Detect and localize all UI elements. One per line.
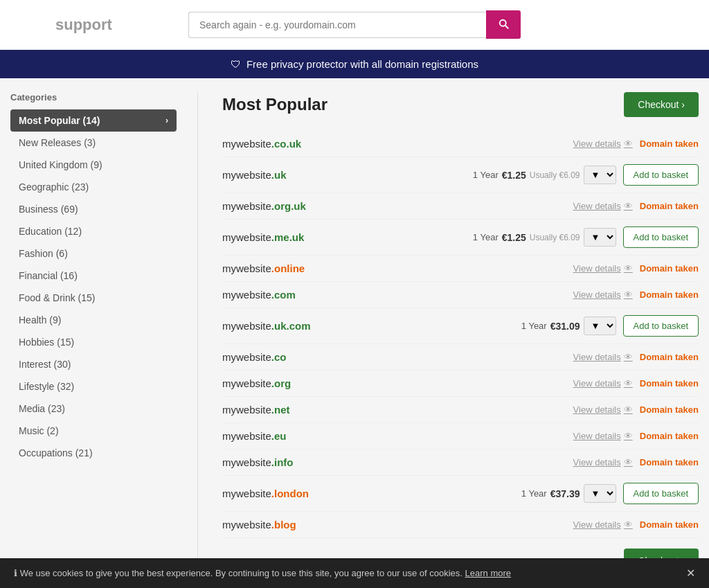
sidebar-item-label: Health (9): [19, 314, 61, 326]
sidebar-item-0[interactable]: Most Popular (14)›: [10, 109, 177, 132]
price-group: 1 Year €31.09▼: [521, 317, 616, 335]
year-select[interactable]: ▼: [584, 228, 616, 247]
domain-row: mywebsite.eu View details 👁 Domain taken: [222, 423, 699, 449]
domain-row: mywebsite.uk.com 1 Year €31.09▼ Add to b…: [222, 308, 699, 344]
sidebar-item-3[interactable]: Geographic (23): [10, 176, 177, 198]
domain-extension: .me.uk: [271, 231, 305, 243]
view-details-link[interactable]: View details 👁: [573, 519, 633, 530]
domain-actions: View details 👁 Domain taken: [573, 378, 699, 389]
sidebar-item-label: Geographic (23): [19, 181, 89, 193]
domain-taken-badge: Domain taken: [640, 519, 699, 530]
sidebar-item-label: Occupations (21): [19, 447, 93, 458]
sidebar-item-label: Interest (30): [19, 359, 71, 370]
domain-row: mywebsite.co.uk View details 👁 Domain ta…: [222, 131, 699, 157]
domain-extension: .uk.com: [271, 320, 311, 332]
domain-taken-badge: Domain taken: [640, 378, 699, 389]
content-area: Most Popular Checkout › mywebsite.co.uk …: [205, 92, 699, 573]
cookie-close-button[interactable]: ✕: [686, 567, 695, 580]
sidebar-divider: [197, 92, 198, 573]
search-input[interactable]: [188, 12, 486, 38]
year-select[interactable]: ▼: [584, 484, 616, 503]
sidebar-item-15[interactable]: Occupations (21): [10, 442, 177, 464]
domain-row: mywebsite.uk 1 Year €1.25Usually €6.09▼ …: [222, 157, 699, 193]
domain-name: mywebsite.co.uk: [222, 138, 361, 150]
eye-icon: 👁: [624, 457, 633, 467]
sidebar-item-13[interactable]: Media (23): [10, 398, 177, 420]
domain-row: mywebsite.org.uk View details 👁 Domain t…: [222, 193, 699, 220]
domain-row: mywebsite.org View details 👁 Domain take…: [222, 371, 699, 397]
view-details-link[interactable]: View details 👁: [573, 201, 633, 211]
eye-icon: 👁: [624, 431, 633, 441]
cookie-text: ℹ We use cookies to give you the best ex…: [14, 568, 511, 578]
sidebar-items: Most Popular (14)›New Releases (3)United…: [10, 109, 177, 464]
domain-name: mywebsite.info: [222, 456, 361, 468]
price-group: 1 Year €37.39▼: [521, 484, 616, 503]
domain-name: mywebsite.london: [222, 488, 361, 499]
learn-more-link[interactable]: Learn more: [465, 568, 511, 578]
shield-icon: 🛡: [231, 58, 241, 70]
sidebar-item-9[interactable]: Health (9): [10, 309, 177, 331]
domain-actions: View details 👁 Domain taken: [573, 404, 699, 415]
sidebar-item-5[interactable]: Education (12): [10, 220, 177, 242]
add-to-basket-button[interactable]: Add to basket: [623, 164, 699, 186]
view-details-link[interactable]: View details 👁: [573, 289, 633, 300]
banner-text: Free privacy protector with all domain r…: [246, 58, 478, 70]
domain-taken-badge: Domain taken: [640, 457, 699, 467]
info-icon: ℹ: [14, 568, 17, 578]
year-select[interactable]: ▼: [584, 166, 616, 184]
year-label: 1 Year: [473, 170, 499, 180]
chevron-right-icon: ›: [165, 116, 168, 125]
domain-taken-badge: Domain taken: [640, 404, 699, 415]
eye-icon: 👁: [624, 289, 633, 300]
sidebar-item-7[interactable]: Financial (16): [10, 265, 177, 287]
sidebar-item-6[interactable]: Fashion (6): [10, 242, 177, 265]
sidebar-item-2[interactable]: United Kingdom (9): [10, 154, 177, 176]
view-details-link[interactable]: View details 👁: [573, 431, 633, 441]
domain-name: mywebsite.org.uk: [222, 200, 361, 212]
price: €31.09: [550, 321, 580, 332]
sidebar-item-1[interactable]: New Releases (3): [10, 132, 177, 154]
sidebar-item-label: Financial (16): [19, 270, 78, 281]
cookie-message: We use cookies to give you the best expe…: [20, 568, 463, 578]
search-icon: [497, 17, 510, 30]
sidebar-item-11[interactable]: Interest (30): [10, 353, 177, 375]
view-details-link[interactable]: View details 👁: [573, 139, 633, 149]
year-select[interactable]: ▼: [584, 317, 616, 335]
sidebar-item-14[interactable]: Music (2): [10, 420, 177, 442]
price-group: 1 Year €1.25Usually €6.09▼: [473, 228, 616, 247]
domain-extension: .org.uk: [271, 200, 306, 212]
domain-extension: .online: [271, 262, 305, 274]
add-to-basket-button[interactable]: Add to basket: [623, 483, 699, 504]
add-to-basket-button[interactable]: Add to basket: [623, 226, 699, 248]
domain-name: mywebsite.co: [222, 351, 361, 363]
sidebar-item-12[interactable]: Lifestyle (32): [10, 375, 177, 398]
domain-extension: .org: [271, 377, 291, 389]
view-details-link[interactable]: View details 👁: [573, 457, 633, 467]
sidebar-item-8[interactable]: Food & Drink (15): [10, 287, 177, 309]
usually-price: Usually €6.09: [530, 233, 580, 242]
sidebar-item-10[interactable]: Hobbies (15): [10, 331, 177, 353]
add-to-basket-button[interactable]: Add to basket: [623, 315, 699, 337]
eye-icon: 👁: [624, 263, 633, 274]
eye-icon: 👁: [624, 378, 633, 389]
checkout-top-button[interactable]: Checkout ›: [624, 92, 699, 117]
usually-price: Usually €6.09: [530, 170, 580, 180]
sidebar-item-4[interactable]: Business (69): [10, 198, 177, 220]
view-details-link[interactable]: View details 👁: [573, 378, 633, 389]
domain-row: mywebsite.online View details 👁 Domain t…: [222, 256, 699, 282]
domain-row: mywebsite.com View details 👁 Domain take…: [222, 282, 699, 308]
search-button[interactable]: [486, 10, 521, 39]
domain-actions: View details 👁 Domain taken: [573, 457, 699, 467]
domain-name: mywebsite.me.uk: [222, 231, 361, 243]
sidebar-item-label: Business (69): [19, 204, 78, 215]
domain-actions: View details 👁 Domain taken: [573, 263, 699, 274]
domain-extension: .info: [271, 456, 294, 468]
eye-icon: 👁: [624, 201, 633, 211]
view-details-link[interactable]: View details 👁: [573, 352, 633, 362]
view-details-link[interactable]: View details 👁: [573, 263, 633, 274]
domain-row: mywebsite.net View details 👁 Domain take…: [222, 397, 699, 423]
domain-name: mywebsite.net: [222, 404, 361, 416]
main-layout: Categories Most Popular (14)›New Release…: [0, 78, 709, 587]
view-details-link[interactable]: View details 👁: [573, 404, 633, 415]
sidebar-item-label: Hobbies (15): [19, 337, 74, 348]
